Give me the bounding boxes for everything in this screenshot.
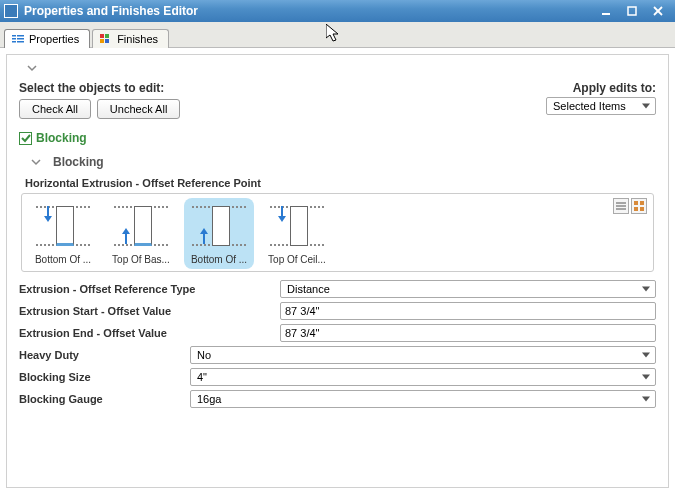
svg-rect-8	[12, 41, 16, 43]
section-title: Blocking	[53, 155, 104, 169]
checkbox-checked-icon	[19, 132, 32, 145]
row-start-value: Extrusion Start - Offset Value	[19, 302, 656, 320]
svg-marker-22	[44, 216, 52, 222]
uncheck-all-button[interactable]: Uncheck All	[97, 99, 180, 119]
apply-edits-select[interactable]: Selected Items	[546, 97, 656, 115]
tab-properties[interactable]: Properties	[4, 29, 90, 48]
content-panel: Select the objects to edit: Check All Un…	[6, 54, 669, 488]
offset-ref-picker: Bottom Of ... Top Of Bas... Bottom Of ..…	[21, 193, 654, 272]
window-title: Properties and Finishes Editor	[24, 4, 593, 18]
finishes-icon	[99, 33, 113, 45]
select-objects-label: Select the objects to edit:	[19, 81, 180, 95]
ref-option-label: Bottom Of ...	[184, 254, 254, 265]
ref-type-label: Extrusion - Offset Reference Type	[19, 283, 274, 295]
tab-finishes[interactable]: Finishes	[92, 29, 169, 48]
svg-rect-19	[634, 207, 638, 211]
ref-option-label: Top Of Bas...	[106, 254, 176, 265]
heavy-duty-label: Heavy Duty	[19, 349, 184, 361]
blocking-checkbox-row[interactable]: Blocking	[19, 131, 656, 145]
app-icon	[4, 4, 18, 18]
heavy-duty-select[interactable]: No	[190, 346, 656, 364]
blocking-gauge-label: Blocking Gauge	[19, 393, 184, 405]
check-buttons-row: Check All Uncheck All	[19, 99, 180, 119]
row-ref-type: Extrusion - Offset Reference Type Distan…	[19, 280, 656, 298]
svg-rect-7	[17, 38, 24, 40]
end-value-label: Extrusion End - Offset Value	[19, 327, 274, 339]
row-blocking-size: Blocking Size 4"	[19, 368, 656, 386]
svg-marker-28	[278, 216, 286, 222]
row-blocking-gauge: Blocking Gauge 16ga	[19, 390, 656, 408]
svg-rect-5	[17, 35, 24, 37]
svg-rect-13	[105, 39, 109, 43]
grid-view-icon[interactable]	[631, 198, 647, 214]
blocking-size-label: Blocking Size	[19, 371, 184, 383]
row-end-value: Extrusion End - Offset Value	[19, 324, 656, 342]
svg-rect-9	[17, 41, 24, 43]
top-row: Select the objects to edit: Check All Un…	[19, 79, 656, 129]
svg-rect-12	[100, 39, 104, 43]
svg-rect-10	[100, 34, 104, 38]
ref-option-0[interactable]: Bottom Of ...	[28, 198, 98, 269]
svg-rect-6	[12, 38, 16, 40]
svg-marker-24	[122, 228, 130, 234]
start-value-input[interactable]	[280, 302, 656, 320]
svg-rect-18	[640, 201, 644, 205]
svg-rect-4	[12, 35, 16, 37]
maximize-button[interactable]	[619, 3, 645, 19]
tab-properties-label: Properties	[29, 33, 79, 45]
ref-option-label: Bottom Of ...	[28, 254, 98, 265]
work-area: Select the objects to edit: Check All Un…	[0, 48, 675, 494]
ref-option-1[interactable]: Top Of Bas...	[106, 198, 176, 269]
blocking-size-select[interactable]: 4"	[190, 368, 656, 386]
svg-rect-1	[628, 7, 636, 15]
svg-rect-11	[105, 34, 109, 38]
start-value-label: Extrusion Start - Offset Value	[19, 305, 274, 317]
properties-icon	[11, 33, 25, 45]
section-header-blocking[interactable]: Blocking	[19, 149, 656, 175]
tab-bar: Properties Finishes	[0, 22, 675, 48]
chevron-down-icon	[27, 63, 37, 73]
tab-finishes-label: Finishes	[117, 33, 158, 45]
chevron-down-icon	[31, 157, 41, 167]
apply-edits-label: Apply edits to:	[546, 81, 656, 95]
ref-option-3[interactable]: Top Of Ceil...	[262, 198, 332, 269]
close-button[interactable]	[645, 3, 671, 19]
svg-rect-17	[634, 201, 638, 205]
ref-option-2[interactable]: Bottom Of ...	[184, 198, 254, 269]
blocking-gauge-select[interactable]: 16ga	[190, 390, 656, 408]
blocking-checkbox-label: Blocking	[36, 131, 87, 145]
svg-rect-20	[640, 207, 644, 211]
svg-marker-26	[200, 228, 208, 234]
list-view-icon[interactable]	[613, 198, 629, 214]
ref-type-select[interactable]: Distance	[280, 280, 656, 298]
title-bar: Properties and Finishes Editor	[0, 0, 675, 22]
offset-ref-group-label: Horizontal Extrusion - Offset Reference …	[25, 177, 656, 189]
collapse-toggle-top[interactable]	[19, 61, 656, 79]
ref-option-label: Top Of Ceil...	[262, 254, 332, 265]
row-heavy-duty: Heavy Duty No	[19, 346, 656, 364]
check-all-button[interactable]: Check All	[19, 99, 91, 119]
minimize-button[interactable]	[593, 3, 619, 19]
end-value-input[interactable]	[280, 324, 656, 342]
